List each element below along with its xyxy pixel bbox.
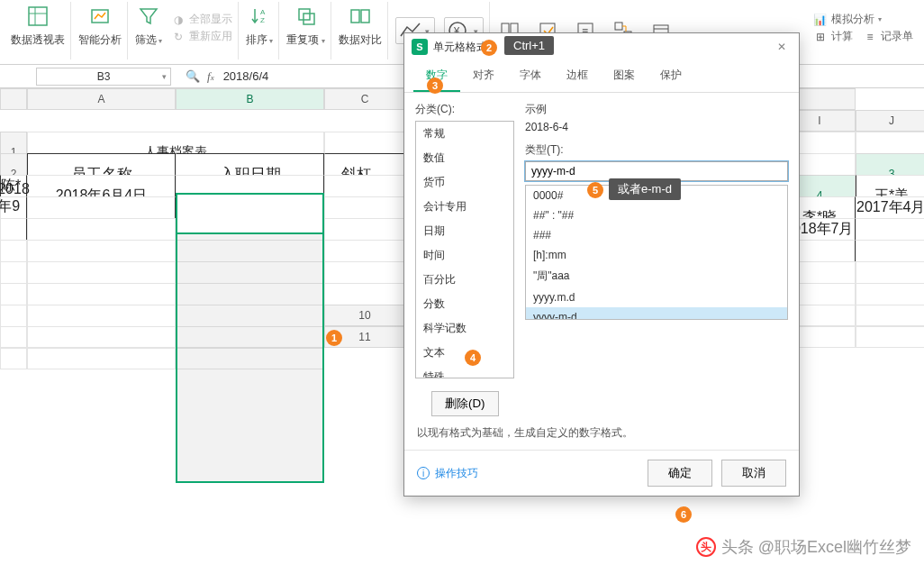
list-item[interactable]: 货币 [416,170,513,195]
tab-pattern[interactable]: 图案 [601,60,648,92]
close-icon[interactable]: ✕ [772,41,792,53]
list-item[interactable]: "周"aaa [526,265,787,287]
tab-align[interactable]: 对齐 [460,60,507,92]
list-item[interactable]: yyyy-m-d [526,307,787,320]
sample-label: 示例 [525,102,788,117]
sim-analysis[interactable]: 📊模拟分析 ▾ [813,12,913,27]
list-item[interactable]: ##" : "## [526,205,787,225]
type-list[interactable]: 0000# ##" : "## ### [h]:mm "周"aaa yyyy.m… [525,185,788,320]
type-hint: 或者e-m-d [609,178,681,200]
svg-rect-0 [29,7,47,25]
svg-text:Z: Z [260,16,265,24]
fx-icon[interactable]: fx [207,69,214,84]
annotation-6: 6 [675,506,692,523]
list-item[interactable]: 会计专用 [416,195,513,219]
list-item[interactable]: 特殊 [416,365,513,378]
tips-link[interactable]: i 操作技巧 [417,466,478,481]
list-item[interactable]: 数值 [416,146,513,170]
info-icon: i [417,467,430,479]
calc-row[interactable]: ⊞计算 ≡记录单 [813,29,913,44]
ribbon-right: 📊模拟分析 ▾ ⊞计算 ≡记录单 [808,2,919,59]
svg-rect-7 [303,14,314,24]
svg-rect-6 [299,9,310,20]
col-header[interactable]: C [324,88,405,110]
tab-protect[interactable]: 保护 [648,60,694,92]
ribbon-sort[interactable]: AZ 排序 ▾ [240,2,279,59]
list-item[interactable]: [h]:mm [526,245,787,265]
cancel-button[interactable]: 取消 [721,460,786,487]
formula-input[interactable] [222,68,402,84]
annotation-5: 5 [587,182,603,198]
svg-rect-8 [351,10,359,23]
annotation-2: 2 [481,40,497,56]
dialog-title: 单元格格式 [433,40,487,55]
sort-icon: AZ [247,4,272,29]
list-item[interactable]: 分数 [416,292,513,316]
annotation-4: 4 [465,350,481,366]
cell-format-dialog: S 单元格格式 ✕ 数字 对齐 字体 边框 图案 保护 分类(C): 常规 数值… [403,32,800,497]
list-item[interactable]: 日期 [416,219,513,243]
list-item[interactable]: yyyy.m.d [526,287,787,307]
smart-icon [87,4,113,29]
annotation-3: 3 [427,77,443,94]
name-box[interactable]: B3 ▾ [36,68,171,86]
list-item[interactable]: 常规 [416,122,513,146]
format-description: 以现有格式为基础，生成自定义的数字格式。 [404,424,799,450]
category-list[interactable]: 常规 数值 货币 会计专用 日期 时间 百分比 分数 科学记数 文本 特殊 自定… [415,121,514,378]
row-header[interactable]: 10 [324,305,405,326]
ribbon-filter-group: 筛选 ▾ ◑全部显示 ↻重新应用 [130,2,239,59]
reapply: ↻重新应用 [171,29,232,44]
list-item[interactable]: ### [526,225,787,245]
list-item[interactable]: 时间 [416,243,513,268]
zoom-icon[interactable]: 🔍 [186,69,200,83]
sample-value: 2018-6-4 [525,121,788,133]
col-header[interactable]: B [176,88,324,110]
tab-border[interactable]: 边框 [554,60,601,92]
watermark: 头 头条 @职场Excel幽竹丝梦 [696,536,911,558]
col-header[interactable]: A [27,88,176,110]
app-icon: S [412,39,428,55]
show-all: ◑全部显示 [171,12,232,27]
list-item[interactable]: 百分比 [416,268,513,292]
ribbon-smart[interactable]: 智能分析 [73,2,128,59]
svg-rect-9 [361,10,369,23]
shortcut-hint: Ctrl+1 [504,36,554,55]
dialog-tabs: 数字 对齐 字体 边框 图案 保护 [404,60,799,93]
filter-icon[interactable] [136,4,161,29]
chevron-down-icon[interactable]: ▾ [162,72,167,81]
col-header[interactable]: J [856,110,924,132]
ribbon-compare[interactable]: 数据对比 [333,2,388,59]
pivot-icon [25,4,50,29]
category-label: 分类(C): [415,102,514,117]
ribbon-dupe[interactable]: 重复项 ▾ [281,2,331,59]
compare-icon [348,4,373,29]
delete-button[interactable]: 删除(D) [431,391,499,416]
ok-button[interactable]: 确定 [648,460,712,487]
svg-text:A: A [260,8,266,16]
list-item[interactable]: 科学记数 [416,316,513,341]
ribbon-pivot[interactable]: 数据透视表 [5,2,71,59]
select-all-corner[interactable] [0,88,27,110]
dupe-icon [294,4,319,29]
annotation-1: 1 [326,330,342,346]
watermark-icon: 头 [696,537,716,557]
type-label: 类型(T): [525,142,788,158]
tab-font[interactable]: 字体 [507,60,554,92]
svg-rect-19 [615,23,622,30]
